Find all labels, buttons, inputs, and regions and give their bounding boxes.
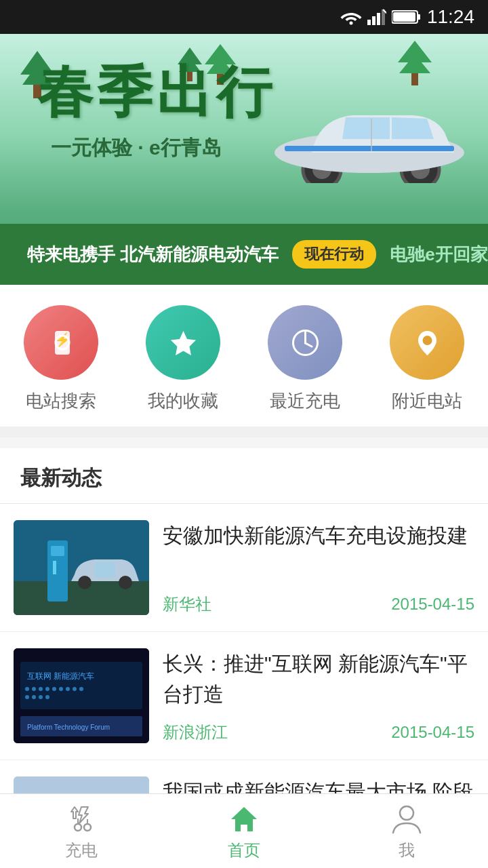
- nearby-station-icon-circle: [390, 305, 464, 380]
- svg-text:互联网 新能源汽车: 互联网 新能源汽车: [27, 671, 94, 681]
- charging-search-label: 电站搜索: [26, 389, 96, 413]
- news-date-1: 2015-04-15: [391, 723, 474, 742]
- status-time: 11:24: [427, 6, 474, 28]
- news-image-1: 互联网 新能源汽车 Platform Technology Forum: [14, 648, 149, 743]
- news-content-0: 安徽加快新能源汽车充电设施投建 新华社 2015-04-15: [163, 520, 474, 615]
- svg-point-42: [119, 576, 132, 589]
- banner-car: [271, 71, 468, 183]
- quick-menu: ⚡ 电站搜索 我的收藏 最近充电: [0, 285, 488, 427]
- recent-charge-icon-circle: [268, 305, 342, 380]
- svg-point-50: [45, 687, 49, 691]
- separator-1: [0, 427, 488, 437]
- quick-item-favorites[interactable]: 我的收藏: [146, 305, 220, 413]
- nav-label-charge: 充电: [65, 840, 98, 861]
- news-source-0: 新华社: [163, 593, 211, 615]
- svg-rect-3: [377, 13, 380, 25]
- news-item-1[interactable]: 互联网 新能源汽车 Platform Technology Forum 长兴：推…: [0, 632, 488, 760]
- svg-point-53: [25, 695, 29, 699]
- svg-point-0: [349, 22, 352, 25]
- svg-point-54: [32, 695, 36, 699]
- banner-bottom-strip: 特来电携手 北汽新能源电动汽车 现在行动 电驰e开回家: [0, 224, 488, 285]
- bottom-nav: 充电 首页 我: [0, 793, 488, 868]
- news-source-1: 新浪浙江: [163, 722, 228, 743]
- favorites-label: 我的收藏: [148, 389, 218, 413]
- svg-point-71: [84, 824, 91, 831]
- svg-point-41: [78, 576, 92, 589]
- svg-rect-26: [285, 146, 454, 151]
- svg-point-56: [45, 695, 49, 699]
- banner-sub-text: 一元体验 · e行青岛: [51, 134, 222, 162]
- svg-point-55: [39, 695, 43, 699]
- charging-search-icon-circle: ⚡: [24, 305, 98, 380]
- battery-icon: [392, 9, 422, 24]
- wifi-icon: [340, 9, 362, 25]
- recent-charge-icon: [287, 324, 324, 361]
- status-icons: 11:24: [340, 6, 474, 28]
- profile-nav-icon: [390, 802, 424, 835]
- signal-icon: [367, 9, 386, 25]
- svg-marker-31: [171, 331, 196, 355]
- svg-point-35: [422, 336, 432, 345]
- news-footer-0: 新华社 2015-04-15: [163, 593, 474, 615]
- svg-line-34: [305, 343, 312, 347]
- quick-item-charging-search[interactable]: ⚡ 电站搜索: [24, 305, 98, 413]
- svg-point-47: [25, 687, 29, 691]
- status-bar: 11:24: [0, 0, 488, 34]
- banner-main-text: 春季出行: [37, 64, 276, 120]
- svg-point-51: [52, 687, 56, 691]
- svg-point-74: [400, 806, 413, 820]
- nav-label-profile: 我: [399, 840, 415, 861]
- news-date-0: 2015-04-15: [391, 595, 474, 614]
- svg-rect-43: [95, 562, 115, 577]
- svg-rect-39: [51, 546, 64, 556]
- banner-slogan: 电驰e开回家: [390, 243, 487, 267]
- news-title-1: 长兴：推进"互联网 新能源汽车"平台打造: [163, 648, 474, 709]
- charging-search-icon: ⚡: [43, 324, 80, 361]
- svg-point-57: [66, 687, 70, 691]
- quick-item-nearby[interactable]: 附近电站: [390, 305, 464, 413]
- banner-partner-text: 特来电携手 北汽新能源电动汽车: [27, 243, 279, 267]
- svg-text:Platform Technology Forum: Platform Technology Forum: [27, 724, 110, 731]
- nav-label-home: 首页: [228, 840, 260, 861]
- nearby-station-icon: [409, 324, 446, 361]
- nearby-station-label: 附近电站: [392, 389, 462, 413]
- news-thumb-0: [14, 520, 149, 615]
- favorites-icon-circle: [146, 305, 220, 380]
- favorites-icon: [165, 324, 202, 361]
- svg-rect-2: [372, 16, 375, 25]
- svg-point-48: [32, 687, 36, 691]
- quick-item-recent-charge[interactable]: 最近充电: [268, 305, 342, 413]
- nav-item-charge[interactable]: 充电: [0, 802, 163, 861]
- svg-rect-40: [53, 561, 56, 574]
- news-content-1: 长兴：推进"互联网 新能源汽车"平台打造 新浪浙江 2015-04-15: [163, 648, 474, 743]
- news-item-0[interactable]: 安徽加快新能源汽车充电设施投建 新华社 2015-04-15: [0, 504, 488, 632]
- section-title: 最新动态: [20, 467, 102, 489]
- svg-rect-45: [20, 662, 142, 709]
- svg-point-52: [59, 687, 63, 691]
- news-footer-1: 新浪浙江 2015-04-15: [163, 722, 474, 743]
- home-nav-icon: [227, 802, 261, 835]
- charge-nav-icon: [64, 802, 98, 835]
- news-thumb-1: 互联网 新能源汽车 Platform Technology Forum: [14, 648, 149, 743]
- section-header: 最新动态: [0, 448, 488, 504]
- svg-rect-1: [367, 20, 371, 25]
- nav-item-profile[interactable]: 我: [325, 802, 488, 861]
- svg-point-58: [73, 687, 77, 691]
- banner-badge: 现在行动: [292, 240, 376, 269]
- news-title-0: 安徽加快新能源汽车充电设施投建: [163, 520, 474, 551]
- banner: 春季出行 一元体验 · e行青岛 特来电携手 北汽新能源电动汽车 现在行动 电驰: [0, 34, 488, 285]
- svg-rect-8: [393, 12, 415, 22]
- svg-point-59: [79, 687, 83, 691]
- svg-point-49: [39, 687, 43, 691]
- svg-point-70: [75, 824, 81, 831]
- svg-rect-7: [418, 14, 420, 20]
- nav-item-home[interactable]: 首页: [163, 802, 325, 861]
- recent-charge-label: 最近充电: [270, 389, 340, 413]
- news-image-0: [14, 520, 149, 615]
